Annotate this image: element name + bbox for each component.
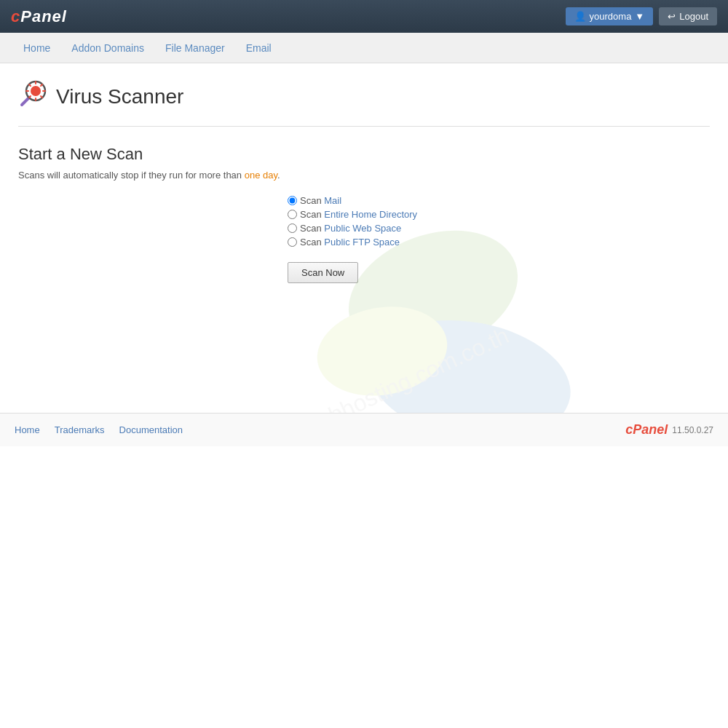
logout-icon: ↩ <box>668 11 676 22</box>
user-icon: 👤 <box>574 11 586 22</box>
section-title: Start a New Scan <box>18 145 710 164</box>
footer-link-trademarks[interactable]: Trademarks <box>55 424 105 435</box>
nav-item-addon-domains[interactable]: Addon Domains <box>63 38 153 58</box>
svg-line-15 <box>29 96 31 98</box>
scan-ftp-radio[interactable] <box>288 237 297 247</box>
scan-ftp-label[interactable]: Scan Public FTP Space <box>300 237 400 248</box>
footer-version: 11.50.0.27 <box>672 425 713 435</box>
scan-option-ftp: Scan Public FTP Space <box>288 237 710 248</box>
scan-option-home: Scan Entire Home Directory <box>288 209 710 220</box>
scan-home-radio[interactable] <box>288 210 297 219</box>
username-label: yourdoma <box>590 11 632 22</box>
page-title: Virus Scanner <box>56 85 183 108</box>
description-suffix: . <box>277 170 280 181</box>
scan-description: Scans will automatically stop if they ru… <box>18 170 710 181</box>
header: cPanel 👤 yourdoma ▼ ↩ Logout <box>0 0 728 33</box>
scan-now-button[interactable]: Scan Now <box>288 262 358 283</box>
header-right: 👤 yourdoma ▼ ↩ Logout <box>566 7 717 25</box>
scan-mail-label[interactable]: Scan Mail <box>300 195 341 206</box>
svg-line-14 <box>41 84 42 86</box>
main-content: Webhosting.com.co.th <box>0 63 728 413</box>
nav-item-home[interactable]: Home <box>15 38 59 58</box>
scan-options: Scan Mail Scan Entire Home Directory Sca… <box>288 195 710 248</box>
scan-option-mail: Scan Mail <box>288 195 710 206</box>
footer: Home Trademarks Documentation cPanel 11.… <box>0 413 728 446</box>
svg-point-2 <box>310 297 454 405</box>
footer-brand: cPanel 11.50.0.27 <box>625 422 713 438</box>
svg-line-13 <box>41 96 42 98</box>
description-highlight: one day <box>245 170 277 181</box>
nav-item-email[interactable]: Email <box>237 38 280 58</box>
svg-text:Webhosting.com.co.th: Webhosting.com.co.th <box>293 323 513 413</box>
footer-links: Home Trademarks Documentation <box>15 424 183 435</box>
footer-cpanel-logo: cPanel <box>625 422 668 438</box>
scan-mail-radio[interactable] <box>288 196 297 205</box>
logout-label: Logout <box>679 11 708 22</box>
dropdown-arrow-icon: ▼ <box>635 11 644 22</box>
footer-link-documentation[interactable]: Documentation <box>119 424 183 435</box>
footer-link-home[interactable]: Home <box>15 424 40 435</box>
cpanel-logo: cPanel <box>11 7 67 26</box>
scan-button-area: Scan Now <box>288 262 710 283</box>
logout-button[interactable]: ↩ Logout <box>659 7 717 25</box>
description-prefix: Scans will automatically stop if they ru… <box>18 170 245 181</box>
navbar: HomeAddon DomainsFile ManagerEmail <box>0 33 728 63</box>
scan-web-label[interactable]: Scan Public Web Space <box>300 223 401 234</box>
scan-web-radio[interactable] <box>288 223 297 233</box>
svg-point-1 <box>359 305 580 413</box>
scan-section: Start a New Scan Scans will automaticall… <box>18 141 710 287</box>
user-menu-button[interactable]: 👤 yourdoma ▼ <box>566 7 654 25</box>
svg-line-12 <box>29 84 31 86</box>
scan-option-web: Scan Public Web Space <box>288 223 710 234</box>
nav-item-file-manager[interactable]: File Manager <box>157 38 234 58</box>
page-title-area: Virus Scanner <box>18 78 710 127</box>
scan-home-label[interactable]: Scan Entire Home Directory <box>300 209 417 220</box>
svg-point-7 <box>31 86 41 96</box>
virus-scanner-icon <box>18 78 49 115</box>
